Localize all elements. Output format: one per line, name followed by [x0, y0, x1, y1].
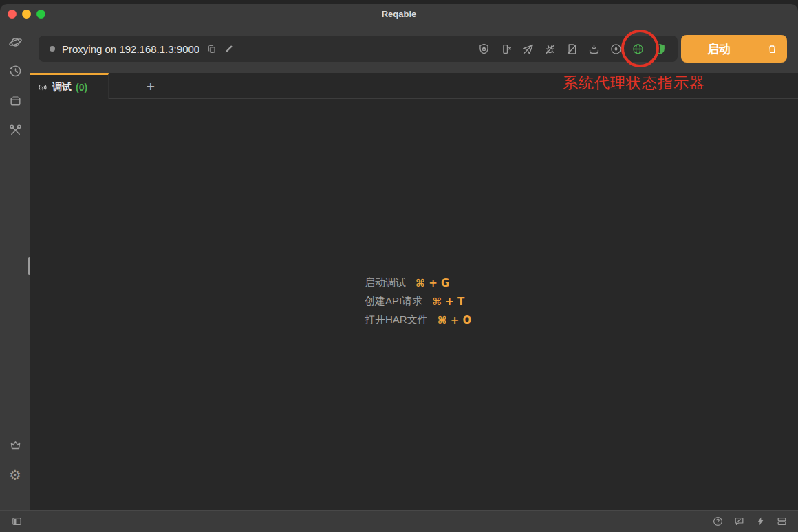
minimize-button[interactable] — [22, 10, 31, 19]
window-title: Reqable — [382, 9, 417, 19]
download-button[interactable] — [587, 42, 601, 56]
sidebar-item-toolbox[interactable] — [0, 118, 30, 142]
shortcut-keys: ⌘ + T — [432, 296, 464, 308]
reqable-window: Reqable — [0, 0, 798, 532]
sidebar-resize-handle[interactable] — [28, 257, 30, 275]
tab-debug-count: (0) — [76, 82, 87, 93]
shortcut-row-debug: 启动调试 ⌘ + G — [365, 277, 471, 289]
tab-debug-label: 调试 — [52, 81, 72, 93]
titlebar: Reqable — [0, 4, 798, 23]
script-off-icon — [565, 43, 579, 56]
help-button[interactable] — [711, 515, 724, 529]
copy-icon — [206, 44, 217, 54]
debug-off-icon — [543, 43, 557, 56]
proxy-status-bar: Proxying on 192.168.1.3:9000 — [39, 36, 678, 62]
lightning-icon — [755, 516, 766, 527]
proxy-status-dot — [50, 46, 55, 52]
annotation-circle — [621, 30, 659, 67]
crown-icon — [8, 438, 23, 452]
edit-button[interactable] — [224, 44, 234, 54]
proxy-status-text: Proxying on 192.168.1.3:9000 — [62, 43, 200, 55]
certificate-button[interactable] — [477, 42, 490, 56]
network-off-icon — [521, 43, 535, 56]
shortcut-label: 启动调试 — [365, 276, 406, 289]
list-rows-icon — [776, 516, 788, 527]
planet-icon — [8, 35, 23, 49]
device-disconnect-button[interactable] — [499, 42, 513, 56]
feedback-button[interactable] — [732, 515, 746, 529]
sidebar-item-collection[interactable] — [0, 89, 30, 112]
trash-icon — [766, 43, 778, 55]
help-icon — [712, 516, 724, 527]
debug-off-button[interactable] — [543, 42, 557, 56]
copy-button[interactable] — [206, 44, 217, 54]
panel-toggle-button[interactable] — [10, 515, 23, 529]
shortcut-label: 创建API请求 — [365, 295, 422, 308]
history-icon — [8, 64, 23, 78]
tab-debug[interactable]: 调试 (0) — [30, 73, 109, 99]
sidebar-item-traffic[interactable] — [0, 30, 30, 54]
start-button[interactable]: 启动 — [681, 35, 787, 63]
start-button-label: 启动 — [681, 41, 757, 57]
drop-timer-button[interactable] — [609, 42, 623, 56]
close-button[interactable] — [8, 10, 17, 19]
sidebar-item-history[interactable] — [0, 59, 30, 82]
status-bar — [0, 510, 798, 532]
annotation-text: 系统代理状态指示器 — [563, 73, 705, 93]
statusbar-right-icons — [711, 515, 788, 529]
broadcast-icon — [37, 82, 48, 93]
shortcut-keys: ⌘ + O — [438, 314, 472, 326]
quick-action-button[interactable] — [753, 515, 767, 529]
device-disconnect-icon — [499, 43, 513, 56]
zoom-button[interactable] — [36, 10, 45, 19]
shortcut-row-har: 打开HAR文件 ⌘ + O — [365, 314, 471, 326]
drop-timer-icon — [610, 43, 623, 56]
feedback-icon — [733, 516, 745, 527]
script-off-button[interactable] — [565, 42, 579, 56]
shortcut-row-api: 创建API请求 ⌘ + T — [365, 296, 471, 307]
shortcut-label: 打开HAR文件 — [365, 313, 428, 326]
certificate-shield-icon — [477, 43, 490, 56]
jar-icon — [8, 93, 23, 108]
shortcut-keys: ⌘ + G — [416, 277, 449, 289]
tools-icon — [8, 123, 23, 137]
sidebar-item-settings[interactable]: ⚙ — [0, 463, 30, 487]
add-tab-button[interactable]: + — [142, 78, 160, 96]
network-off-button[interactable] — [521, 42, 535, 56]
traffic-lights — [8, 4, 45, 23]
sidebar-item-premium[interactable] — [0, 433, 30, 456]
download-icon — [587, 43, 601, 56]
gear-icon: ⚙ — [9, 468, 21, 482]
panel-toggle-icon — [11, 516, 23, 527]
clear-button[interactable] — [757, 43, 787, 55]
edit-pencil-icon — [224, 44, 234, 54]
list-rows-button[interactable] — [775, 515, 788, 529]
shortcut-hints: 启动调试 ⌘ + G 创建API请求 ⌘ + T 打开HAR文件 ⌘ + O — [365, 277, 471, 326]
